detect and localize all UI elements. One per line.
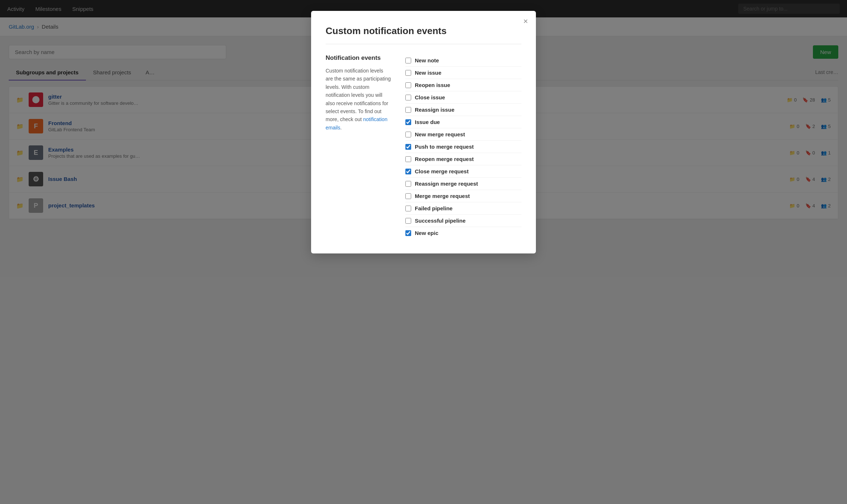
checkbox-label-new_merge_request[interactable]: New merge request [415, 131, 465, 137]
checkbox-new_issue[interactable] [405, 70, 411, 76]
checkbox-row-failed_pipeline: Failed pipeline [405, 202, 521, 215]
checkbox-row-reassign_issue: Reassign issue [405, 104, 521, 116]
checkbox-label-failed_pipeline[interactable]: Failed pipeline [415, 205, 453, 211]
checkbox-row-new_epic: New epic [405, 227, 521, 239]
checkbox-row-close_issue: Close issue [405, 91, 521, 104]
checkbox-reopen_merge_request[interactable] [405, 156, 411, 162]
custom-notification-modal: × Custom notification events Notificatio… [311, 11, 536, 253]
checkbox-label-new_issue[interactable]: New issue [415, 70, 441, 76]
checkbox-label-new_epic[interactable]: New epic [415, 230, 438, 236]
checkbox-label-new_note[interactable]: New note [415, 57, 439, 63]
checkbox-label-issue_due[interactable]: Issue due [415, 119, 440, 125]
checkbox-row-reopen_issue: Reopen issue [405, 79, 521, 91]
checkbox-close_issue[interactable] [405, 95, 411, 100]
modal-right-section: New noteNew issueReopen issueClose issue… [405, 54, 521, 239]
checkbox-row-new_issue: New issue [405, 67, 521, 79]
checkbox-row-merge_merge_request: Merge merge request [405, 190, 521, 202]
checkbox-label-close_issue[interactable]: Close issue [415, 94, 445, 100]
checkbox-row-close_merge_request: Close merge request [405, 165, 521, 178]
checkbox-label-merge_merge_request[interactable]: Merge merge request [415, 193, 470, 199]
checkbox-label-close_merge_request[interactable]: Close merge request [415, 168, 468, 174]
checkbox-reassign_merge_request[interactable] [405, 181, 411, 187]
checkbox-push_to_merge_request[interactable] [405, 144, 411, 150]
modal-left-section: Notification events Custom notification … [326, 54, 391, 239]
checkbox-row-reassign_merge_request: Reassign merge request [405, 178, 521, 190]
checkbox-label-reassign_merge_request[interactable]: Reassign merge request [415, 181, 478, 187]
checkbox-new_note[interactable] [405, 58, 411, 63]
checkbox-issue_due[interactable] [405, 119, 411, 125]
checkbox-label-reopen_issue[interactable]: Reopen issue [415, 82, 450, 88]
checkbox-label-successful_pipeline[interactable]: Successful pipeline [415, 218, 466, 224]
checkbox-successful_pipeline[interactable] [405, 218, 411, 224]
checkbox-reassign_issue[interactable] [405, 107, 411, 113]
modal-overlay[interactable]: × Custom notification events Notificatio… [0, 0, 847, 504]
checkbox-new_merge_request[interactable] [405, 132, 411, 137]
checkbox-close_merge_request[interactable] [405, 169, 411, 174]
checkbox-row-reopen_merge_request: Reopen merge request [405, 153, 521, 165]
checkbox-new_epic[interactable] [405, 230, 411, 236]
checkbox-row-push_to_merge_request: Push to merge request [405, 141, 521, 153]
checkbox-row-new_note: New note [405, 54, 521, 67]
checkbox-reopen_issue[interactable] [405, 82, 411, 88]
modal-title: Custom notification events [326, 25, 521, 44]
checkbox-row-new_merge_request: New merge request [405, 128, 521, 141]
checkbox-failed_pipeline[interactable] [405, 206, 411, 211]
checkbox-label-push_to_merge_request[interactable]: Push to merge request [415, 144, 474, 150]
checkbox-row-issue_due: Issue due [405, 116, 521, 128]
checkbox-row-successful_pipeline: Successful pipeline [405, 215, 521, 227]
checkbox-merge_merge_request[interactable] [405, 193, 411, 199]
modal-close-button[interactable]: × [523, 17, 528, 25]
modal-body: Notification events Custom notification … [326, 54, 521, 239]
notification-events-desc: Custom notification levels are the same … [326, 67, 391, 132]
notification-events-heading: Notification events [326, 54, 391, 62]
checkbox-label-reopen_merge_request[interactable]: Reopen merge request [415, 156, 474, 162]
checkbox-label-reassign_issue[interactable]: Reassign issue [415, 107, 454, 113]
